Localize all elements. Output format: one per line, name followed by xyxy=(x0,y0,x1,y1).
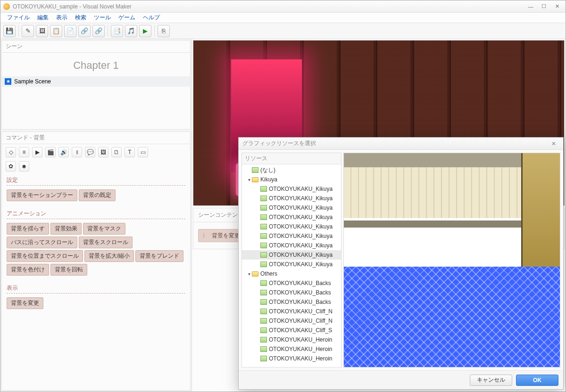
command-category-icon[interactable]: ▶ xyxy=(32,147,42,157)
command-button[interactable]: 背景を揺らす xyxy=(7,223,49,235)
toolbar-button-7[interactable]: 🔗 xyxy=(92,25,105,37)
menu-編集[interactable]: 編集 xyxy=(33,13,52,23)
chevron-right-icon: 〉 xyxy=(199,232,212,240)
tree-item[interactable]: OTOKOYUKAKU_Heroin xyxy=(242,344,341,354)
command-button[interactable]: 背景をモーションブラー xyxy=(7,189,77,201)
maximize-button[interactable]: ☐ xyxy=(538,3,549,10)
command-category-icon[interactable]: T xyxy=(125,147,135,157)
image-icon xyxy=(260,327,267,333)
tree-folder[interactable]: ▾Others xyxy=(242,269,341,278)
tree-item[interactable]: OTOKOYUKAKU_Kikuya xyxy=(242,231,341,241)
tree-item-label: OTOKOYUKAKU_Backs xyxy=(269,299,331,305)
image-icon xyxy=(260,261,267,267)
command-category-icon[interactable]: ⦀ xyxy=(72,147,82,157)
toolbar-button-3[interactable]: 🖼 xyxy=(36,25,48,37)
command-category-icon[interactable]: 🗋 xyxy=(111,147,122,157)
image-icon xyxy=(260,309,267,314)
image-icon xyxy=(260,337,267,343)
toolbar-button-6[interactable]: 🔗 xyxy=(78,25,91,37)
tree-item-label: Others xyxy=(260,270,277,277)
command-button[interactable]: 背景を位置までスクロール xyxy=(7,250,83,262)
tree-item[interactable]: OTOKOYUKAKU_Backs xyxy=(242,278,341,288)
preview-transparency-grid xyxy=(344,267,560,367)
ok-button[interactable]: OK xyxy=(516,375,558,386)
command-panel: コマンド - 背景 ◇≡▶🎬🔊⦀💬🖼🗋T▭ ✿☻ 設定背景をモーションブラー背景… xyxy=(1,131,191,391)
scene-row[interactable]: ★ Sample Scene xyxy=(2,76,190,87)
tree-item[interactable]: (なし) xyxy=(242,165,341,175)
menu-ツール[interactable]: ツール xyxy=(90,13,115,23)
command-button[interactable]: 背景効果 xyxy=(50,223,82,235)
command-section: アニメーション背景を揺らす背景効果背景をマスクパスに沿ってスクロール背景をスクロ… xyxy=(2,206,190,280)
toolbar-separator xyxy=(154,25,155,37)
tree-item[interactable]: OTOKOYUKAKU_Kikuya xyxy=(242,203,341,212)
tree-item-label: OTOKOYUKAKU_Heroin xyxy=(269,355,333,362)
menu-検索[interactable]: 検索 xyxy=(71,13,90,23)
command-button[interactable]: パスに沿ってスクロール xyxy=(7,237,77,248)
tree-item[interactable]: OTOKOYUKAKU_Kikuya xyxy=(242,250,341,260)
tree-item[interactable]: OTOKOYUKAKU_Backs xyxy=(242,297,341,307)
titlebar[interactable]: OTOKOYUKAKU_sample - Visual Novel Maker … xyxy=(0,0,566,13)
dialog-close-button[interactable]: ✕ xyxy=(548,140,559,147)
toolbar-button-4[interactable]: 📋 xyxy=(50,25,62,37)
disclosure-triangle-icon[interactable]: ▾ xyxy=(247,271,252,277)
resource-tree[interactable]: (なし)▾KikuyaOTOKOYUKAKU_KikuyaOTOKOYUKAKU… xyxy=(242,164,341,367)
command-button[interactable]: 背景を色付け xyxy=(7,264,49,276)
tree-item[interactable]: OTOKOYUKAKU_Kikuya xyxy=(242,260,341,269)
tree-item[interactable]: OTOKOYUKAKU_Kikuya xyxy=(242,222,341,231)
image-icon xyxy=(260,356,267,361)
menu-表示[interactable]: 表示 xyxy=(52,13,71,23)
toolbar-button-5[interactable]: 📄 xyxy=(64,25,76,37)
tree-item[interactable]: OTOKOYUKAKU_Kikuya xyxy=(242,241,341,250)
command-button[interactable]: 背景をスクロール xyxy=(79,237,133,248)
tree-item[interactable]: OTOKOYUKAKU_Heroin xyxy=(242,335,341,344)
command-category-icon[interactable]: 🔊 xyxy=(58,147,69,157)
toolbar-separator xyxy=(18,25,19,37)
close-button[interactable]: ✕ xyxy=(551,3,563,10)
command-section: 設定背景をモーションブラー背景の既定 xyxy=(2,172,190,206)
image-icon xyxy=(260,205,267,211)
tree-folder[interactable]: ▾Kikuya xyxy=(242,175,341,184)
tree-item[interactable]: OTOKOYUKAKU_Backs xyxy=(242,288,341,297)
image-icon xyxy=(260,186,267,192)
command-category-icon[interactable]: ◇ xyxy=(6,147,16,157)
command-section-title: 設定 xyxy=(7,174,185,186)
command-category-icon[interactable]: 🎬 xyxy=(45,147,56,157)
command-category-icon[interactable]: 🖼 xyxy=(98,147,108,157)
toolbar-button-11[interactable]: ▶ xyxy=(139,25,151,37)
toolbar-button-2[interactable]: ✎ xyxy=(22,25,34,37)
command-category-icon[interactable]: ▭ xyxy=(138,147,148,157)
command-button[interactable]: 背景をマスク xyxy=(83,223,125,235)
toolbar-button-10[interactable]: 🎵 xyxy=(125,25,137,37)
command-category-icon[interactable]: ✿ xyxy=(6,161,16,172)
menu-ファイル[interactable]: ファイル xyxy=(3,13,33,23)
toolbar-button-0[interactable]: 💾 xyxy=(3,25,16,37)
cancel-button[interactable]: キャンセル xyxy=(470,375,512,386)
dialog-titlebar[interactable]: グラフィックリソースを選択 ✕ xyxy=(239,138,563,150)
tree-item-label: Kikuya xyxy=(260,176,277,183)
tree-item[interactable]: OTOKOYUKAKU_Kikuya xyxy=(242,184,341,194)
toolbar-separator xyxy=(108,25,108,37)
command-category-icon[interactable]: ☻ xyxy=(19,161,29,172)
command-button[interactable]: 背景を拡大/縮小 xyxy=(84,250,134,262)
command-button[interactable]: 背景をブレンド xyxy=(135,250,183,262)
command-button[interactable]: 背景の既定 xyxy=(79,189,116,201)
command-category-icon[interactable]: 💬 xyxy=(85,147,95,157)
disclosure-triangle-icon[interactable]: ▾ xyxy=(247,177,252,182)
menu-ヘルプ[interactable]: ヘルプ xyxy=(139,13,164,23)
toolbar-button-9[interactable]: 📑 xyxy=(111,25,123,37)
command-category-icon[interactable]: ≡ xyxy=(19,147,29,157)
command-button[interactable]: 背景を回転 xyxy=(50,264,87,276)
tree-item[interactable]: OTOKOYUKAKU_Heroin xyxy=(242,354,341,363)
scene-content-row-label: 背景を変更 xyxy=(212,232,240,240)
command-button[interactable]: 背景を変更 xyxy=(7,297,43,309)
tree-item-label: OTOKOYUKAKU_Kikuya xyxy=(269,186,333,192)
tree-item[interactable]: OTOKOYUKAKU_Kikuya xyxy=(242,212,341,222)
tree-item[interactable]: OTOKOYUKAKU_Cliff_N xyxy=(242,307,341,316)
command-section: 表示背景を変更 xyxy=(2,280,190,314)
tree-item[interactable]: OTOKOYUKAKU_Kikuya xyxy=(242,194,341,203)
tree-item[interactable]: OTOKOYUKAKU_Cliff_N xyxy=(242,316,341,326)
toolbar-button-13[interactable]: ⎘ xyxy=(158,25,170,37)
minimize-button[interactable]: — xyxy=(525,3,536,10)
menu-ゲーム[interactable]: ゲーム xyxy=(115,13,139,23)
tree-item[interactable]: OTOKOYUKAKU_Cliff_S xyxy=(242,326,341,335)
